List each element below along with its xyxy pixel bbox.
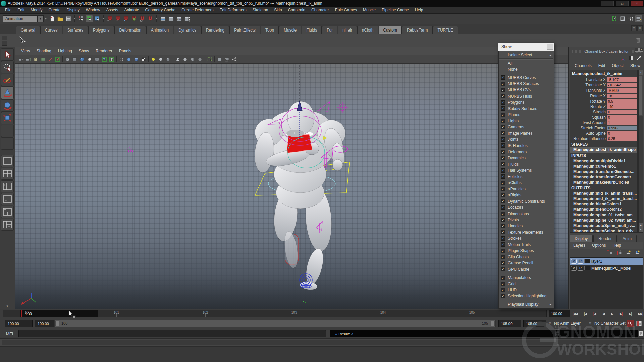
four-pane-layout[interactable] [1, 168, 14, 180]
render-current-frame-icon[interactable] [167, 15, 175, 22]
menu-animate[interactable]: Animate [121, 7, 142, 13]
toolbox-expand-icon[interactable]: ▼ [6, 305, 9, 309]
shelf-tab-general[interactable]: General [16, 26, 40, 34]
persp-multi-layout[interactable] [1, 219, 14, 231]
show-menu-item-gpu-cache[interactable]: ✓GPU Cache [499, 266, 554, 272]
group-separator-icon[interactable] [155, 15, 158, 22]
checkbox-icon[interactable]: ✓ [501, 137, 505, 142]
checkbox-icon[interactable]: ✓ [501, 150, 505, 154]
show-menu-item-nrigids[interactable]: ✓nRigids [499, 192, 554, 198]
show-menu-item-texture-placements[interactable]: ✓Texture Placements [499, 229, 554, 235]
channel-row[interactable]: Rotate Y9.5 [570, 99, 637, 104]
checkbox-icon[interactable]: ✓ [501, 282, 505, 286]
select-camera-icon[interactable] [17, 56, 24, 63]
channel-box-menu-show[interactable]: Show [627, 62, 644, 69]
snap-view-plane-icon[interactable] [139, 15, 146, 22]
textured-cube-icon[interactable] [132, 56, 140, 63]
node-item[interactable]: Mannequin:blendColors1 [570, 201, 637, 207]
channel-box-menu-edit[interactable]: Edit [595, 62, 609, 69]
lasso-tool[interactable] [1, 61, 14, 73]
layer-editor-tab-display[interactable]: Display [570, 235, 593, 242]
shelf-tab-muscle[interactable]: Muscle [279, 26, 301, 34]
shelf-editor-icon[interactable]: ≡ [637, 25, 643, 31]
show-menu-item-pivots[interactable]: ✓Pivots [499, 217, 554, 223]
step-forward-frame-button[interactable]: ▶| [629, 311, 632, 317]
range-slider[interactable]: 100 105 [54, 320, 496, 327]
layer-editor-tab-anim[interactable]: Anim [618, 235, 637, 242]
go-to-start-button[interactable]: |◀◀ [572, 311, 578, 317]
show-menu-item-nparticles[interactable]: ✓nParticles [499, 186, 554, 192]
bookmarks-icon[interactable] [32, 56, 39, 63]
show-menu-item-plugin-shapes[interactable]: ✓Plugin Shapes [499, 248, 554, 254]
checkbox-icon[interactable]: ✓ [501, 255, 505, 259]
show-menu-item-clip-ghosts[interactable]: ✓Clip Ghosts [499, 254, 554, 260]
command-input[interactable] [18, 330, 326, 337]
node-item[interactable]: Mannequin:mid_ik_anim_transl... [570, 191, 637, 196]
menu-file[interactable]: File [2, 7, 14, 13]
show-menu-item-playblast-display[interactable]: Playblast Display▸ [499, 301, 554, 307]
shelf-tab-turtle[interactable]: TURTLE [433, 26, 458, 34]
speed-icon[interactable] [628, 55, 634, 62]
play-backwards-button[interactable]: ◀ [602, 311, 605, 317]
go-to-end-button[interactable]: ▶▶| [638, 311, 643, 317]
animation-start-field[interactable]: 100.00 [5, 320, 33, 327]
show-menu-item-nurbs-curves[interactable]: ✓NURBS Curves [499, 74, 554, 80]
gate-circle-icon[interactable] [86, 56, 93, 63]
node-item[interactable]: Mannequin:transformGeometr... [570, 174, 637, 180]
channel-value-field[interactable]: 1 [607, 120, 637, 125]
channel-box-menu-object[interactable]: Object [608, 62, 627, 69]
checkbox-icon[interactable]: ✓ [501, 218, 505, 222]
menu-edit-deformers[interactable]: Edit Deformers [217, 7, 250, 13]
snap-grid-icon[interactable] [106, 15, 114, 22]
node-item[interactable]: Mannequin:spine_02_twist_am... [570, 218, 637, 223]
chevron-down-icon[interactable]: ▽ [589, 322, 591, 325]
show-menu-item-planes[interactable]: ✓Planes [499, 112, 554, 118]
time-slider-track[interactable]: 100 100101102103104105 [3, 310, 547, 317]
shelf-scroll-down-button[interactable] [2, 41, 7, 46]
checkbox-icon[interactable]: ✓ [501, 174, 505, 179]
group-separator-icon[interactable] [102, 15, 105, 22]
persp-graph-layout[interactable] [1, 193, 14, 205]
node-item[interactable]: Mannequin:mid_ik_anim_transl... [570, 196, 637, 201]
gate-diamond-icon[interactable] [64, 56, 71, 63]
checker-cube-icon[interactable] [140, 56, 147, 63]
layer-row[interactable]: VRlayer1 [570, 258, 643, 265]
layer-color-swatch[interactable] [584, 266, 590, 270]
snap-projected-center-icon[interactable] [130, 15, 138, 22]
single-pane-layout[interactable] [1, 155, 14, 167]
show-menu-item-cameras[interactable]: ✓Cameras [499, 124, 554, 130]
checkbox-icon[interactable]: ✓ [501, 162, 505, 166]
crosshair-control[interactable] [337, 102, 348, 113]
menu-create-deformers[interactable]: Create Deformers [178, 7, 216, 13]
floating-control-glyph[interactable] [128, 147, 133, 153]
layer-menu-layers[interactable]: Layers [570, 242, 589, 249]
show-menu-item-hair-systems[interactable]: ✓Hair Systems [499, 167, 554, 173]
resolution-sphere-icon[interactable] [78, 56, 86, 63]
checkbox-icon[interactable]: ✓ [501, 113, 505, 117]
show-menu-item-none[interactable]: None [499, 66, 554, 72]
checkbox-icon[interactable]: ✓ [501, 187, 505, 191]
show-menu-item-handles[interactable]: ✓Handles [499, 223, 554, 229]
scroll-up-icon[interactable]: ▲ [639, 223, 643, 227]
show-menu-item-locators[interactable]: ✓Locators [499, 204, 554, 210]
image-plane-icon[interactable] [39, 56, 46, 63]
shelf-tab-polygons[interactable]: Polygons [88, 26, 114, 34]
sphere-shade-b-icon[interactable] [189, 56, 196, 63]
shelf-tab-rebusfarm[interactable]: RebusFarm [402, 26, 433, 34]
menu-modify[interactable]: Modify [28, 7, 45, 13]
show-menu-item-ncloths[interactable]: ✓nCloths [499, 180, 554, 186]
channel-row[interactable]: Twist Amount1 [570, 120, 637, 125]
persp-outliner-layout[interactable] [1, 180, 14, 192]
character-set-selector[interactable]: No Character Set [594, 321, 626, 326]
show-menu-item-image-planes[interactable]: ✓Image Planes [499, 130, 554, 136]
shelf-options-icon[interactable]: ▼ [631, 25, 637, 31]
menu-skeleton[interactable]: Skeleton [250, 7, 271, 13]
show-menu-item-joints[interactable]: ✓Joints [499, 136, 554, 142]
shelf-tab-toon[interactable]: Toon [261, 26, 279, 34]
show-menu-item-deformers[interactable]: ✓Deformers [499, 149, 554, 155]
save-scene-icon[interactable] [65, 15, 72, 22]
grease-pencil-add-icon[interactable] [47, 56, 54, 63]
checkbox-icon[interactable]: ✓ [501, 288, 505, 292]
checkbox-icon[interactable]: ✓ [501, 88, 505, 92]
show-menu-item-nurbs-cvs[interactable]: ✓NURBS CVs [499, 87, 554, 93]
